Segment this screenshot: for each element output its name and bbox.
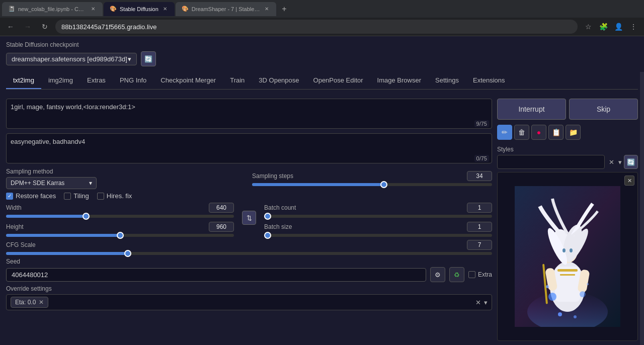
tab-extras[interactable]: Extras: [80, 72, 113, 89]
seed-random-button[interactable]: ⚙: [430, 267, 445, 282]
browser-chrome: 📓 new_colab_file.ipynb - Colabora... ✕ 🎨…: [0, 0, 644, 36]
svg-rect-5: [560, 274, 575, 276]
batch-group: Batch count 1 Batch size 1: [264, 203, 492, 237]
toolbar-icons: ✏ 🗑 ● 📋 📁: [497, 125, 638, 140]
restore-faces-checkbox[interactable]: ✓ Restore faces: [6, 192, 56, 200]
styles-input[interactable]: [497, 155, 605, 169]
restore-faces-box: ✓: [6, 193, 13, 200]
image-display-area: ✕: [497, 172, 638, 341]
random-icon: ⚙: [435, 271, 441, 279]
swap-dimensions-button[interactable]: ⇅: [242, 211, 256, 225]
trash-icon-button[interactable]: 🗑: [514, 125, 529, 140]
skip-button[interactable]: Skip: [569, 99, 638, 120]
override-dropdown-icon[interactable]: ▾: [484, 299, 488, 306]
override-select[interactable]: Eta: 0.0 ✕ ✕ ▾: [6, 294, 492, 310]
back-button[interactable]: ←: [4, 20, 17, 33]
sampling-steps-fill: [252, 183, 384, 186]
tab-image-browser[interactable]: Image Browser: [370, 72, 428, 89]
hires-fix-box: [97, 193, 104, 200]
url-bar[interactable]: 88b1382445a71f5665.gradio.live: [55, 20, 578, 34]
override-tag-value: Eta: 0.0: [15, 299, 36, 306]
edit-icon-button[interactable]: ✏: [497, 125, 512, 140]
swap-icon: ⇅: [247, 214, 252, 222]
checkpoint-label: Stable Diffusion checkpoint: [6, 41, 638, 48]
height-slider[interactable]: [6, 234, 234, 237]
styles-refresh-icon: 🔄: [627, 158, 635, 166]
menu-button[interactable]: ⋮: [627, 20, 640, 33]
tiling-checkbox[interactable]: Tiling: [64, 192, 89, 200]
checkpoint-refresh-button[interactable]: 🔄: [141, 51, 156, 66]
scrollbar[interactable]: [640, 72, 644, 345]
sampling-steps-slider[interactable]: [252, 183, 492, 186]
browser-tab-3[interactable]: 🎨 DreamShaper - 7 | Stable Diffusio... ✕: [176, 2, 276, 16]
width-slider[interactable]: [6, 215, 234, 218]
height-value: 960: [209, 222, 234, 232]
sampling-method-label: Sampling method: [6, 168, 246, 175]
override-clear-icon[interactable]: ✕: [475, 299, 481, 306]
negative-prompt-counter: 0/75: [474, 155, 489, 162]
width-value: 640: [209, 203, 234, 213]
tab-extensions[interactable]: Extensions: [466, 72, 512, 89]
tab-txt2img[interactable]: txt2img: [6, 72, 41, 89]
browser-tab-2[interactable]: 🎨 Stable Diffusion ✕: [104, 2, 175, 16]
styles-refresh-button[interactable]: 🔄: [624, 155, 638, 169]
tab1-favicon: 📓: [8, 6, 15, 12]
tab-png-info[interactable]: PNG Info: [113, 72, 153, 89]
forward-button[interactable]: →: [21, 20, 34, 33]
tab2-close[interactable]: ✕: [162, 6, 169, 13]
copy-icon-button[interactable]: 📋: [548, 125, 564, 140]
styles-dropdown-icon[interactable]: ▾: [618, 158, 622, 166]
nav-tabs: txt2img img2img Extras PNG Info Checkpoi…: [6, 72, 638, 90]
recycle-icon: ♻: [454, 271, 460, 279]
dims-row: Width 640 Height 960: [6, 203, 492, 237]
seed-label: Seed: [6, 258, 492, 265]
extension-button[interactable]: 🧩: [597, 20, 610, 33]
negative-prompt-input[interactable]: [6, 133, 492, 163]
tab-3d-openpose[interactable]: 3D Openpose: [252, 72, 306, 89]
folder-icon-button[interactable]: 📁: [566, 125, 581, 140]
sampling-method-select[interactable]: DPM++ SDE Karras ▾: [6, 177, 97, 189]
tab-train[interactable]: Train: [223, 72, 252, 89]
seed-input[interactable]: [6, 268, 426, 282]
cfg-slider[interactable]: [6, 252, 492, 255]
image-close-button[interactable]: ✕: [624, 176, 634, 186]
tab2-label: Stable Diffusion: [120, 6, 158, 12]
interrupt-button[interactable]: Interrupt: [497, 99, 566, 120]
new-tab-button[interactable]: +: [277, 2, 291, 16]
seed-recycle-button[interactable]: ♻: [449, 267, 464, 282]
negative-prompt-section: 0/75: [6, 133, 492, 165]
generated-image: [515, 186, 620, 327]
svg-point-18: [546, 285, 549, 288]
tab-checkpoint-merger[interactable]: Checkpoint Merger: [153, 72, 223, 89]
tab-img2img[interactable]: img2img: [41, 72, 80, 89]
tab3-close[interactable]: ✕: [263, 6, 270, 13]
cfg-label: CFG Scale: [6, 241, 56, 248]
svg-point-16: [548, 293, 556, 301]
sampling-row: Sampling method DPM++ SDE Karras ▾ Sampl…: [6, 168, 492, 189]
hires-fix-checkbox[interactable]: Hires. fix: [97, 192, 132, 200]
url-text: 88b1382445a71f5665.gradio.live: [61, 23, 156, 31]
reload-button[interactable]: ↻: [38, 20, 51, 33]
checkpoint-dropdown-icon: ▾: [128, 55, 131, 63]
tab3-favicon: 🎨: [182, 6, 189, 12]
tab1-close[interactable]: ✕: [90, 6, 97, 13]
svg-point-20: [558, 312, 562, 316]
tab-settings[interactable]: Settings: [428, 72, 466, 89]
positive-prompt-input[interactable]: [6, 99, 492, 129]
red-icon-button[interactable]: ●: [531, 125, 546, 140]
tiling-label: Tiling: [73, 192, 89, 200]
profile-button[interactable]: 👤: [612, 20, 625, 33]
folder-icon: 📁: [569, 128, 578, 136]
override-tag-close[interactable]: ✕: [39, 299, 44, 306]
tab2-favicon: 🎨: [110, 6, 117, 12]
batch-size-slider[interactable]: [264, 234, 492, 237]
override-group: Override settings Eta: 0.0 ✕ ✕ ▾: [6, 285, 492, 310]
browser-tab-1[interactable]: 📓 new_colab_file.ipynb - Colabora... ✕: [2, 2, 103, 16]
extra-checkbox[interactable]: Extra: [468, 271, 492, 278]
hires-fix-label: Hires. fix: [107, 192, 132, 200]
tab-openpose-editor[interactable]: OpenPose Editor: [306, 72, 370, 89]
batch-count-slider[interactable]: [264, 215, 492, 218]
styles-clear-icon[interactable]: ✕: [607, 158, 616, 166]
checkpoint-select[interactable]: dreamshaper.safetensors [ed989d673d] ▾: [6, 53, 137, 65]
bookmark-button[interactable]: ☆: [582, 20, 595, 33]
